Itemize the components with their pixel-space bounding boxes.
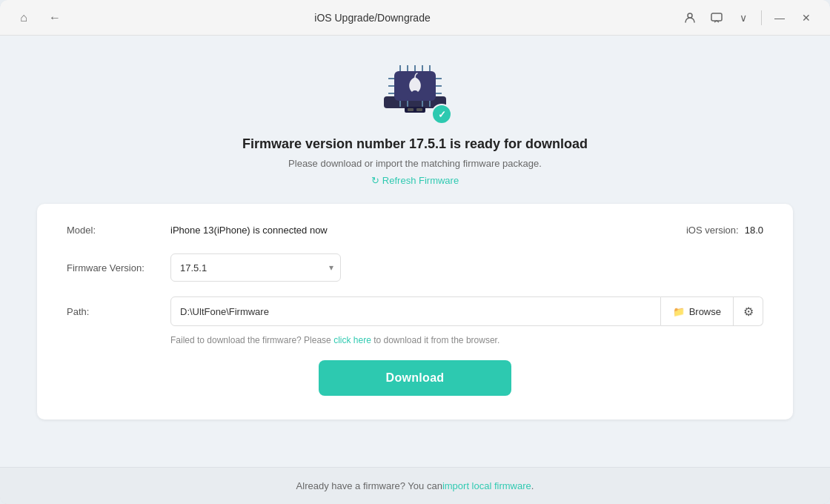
window-title: iOS Upgrade/Downgrade (67, 12, 678, 24)
main-title: Firmware version number 17.5.1 is ready … (242, 136, 588, 152)
ios-version-value: 18.0 (745, 225, 763, 236)
click-here-link[interactable]: click here (333, 335, 371, 345)
minimize-icon: — (774, 12, 785, 24)
firmware-version-wrapper: 17.5.1 17.5 17.4.1 17.4 17.3.1 ▾ (170, 253, 341, 282)
info-card: Model: iPhone 13(iPhone) is connected no… (37, 204, 793, 420)
check-badge: ✓ (431, 104, 452, 125)
model-row: Model: iPhone 13(iPhone) is connected no… (67, 225, 763, 236)
svg-rect-1 (711, 13, 722, 21)
chat-button[interactable] (705, 6, 728, 30)
firmware-version-row: Firmware Version: 17.5.1 17.5 17.4.1 17.… (67, 253, 763, 282)
import-firmware-link[interactable]: import local firmware (442, 480, 531, 491)
home-button[interactable]: ⌂ (12, 6, 36, 30)
title-bar: ⌂ ← iOS Upgrade/Downgrade ∨ (0, 0, 830, 36)
ios-version-label: iOS version: (686, 225, 739, 236)
browse-label: Browse (689, 306, 721, 317)
divider (761, 10, 762, 25)
path-row: Path: D:\UltFone\Firmware 📁 Browse ⚙ (67, 296, 763, 326)
svg-point-0 (688, 13, 692, 18)
settings-button[interactable]: ⚙ (734, 296, 763, 326)
firmware-version-select[interactable]: 17.5.1 17.5 17.4.1 17.4 17.3.1 (170, 253, 341, 282)
fail-text-prefix: Failed to download the firmware? Please (170, 335, 333, 345)
model-label: Model: (67, 225, 170, 236)
download-button-wrapper: Download (67, 360, 763, 396)
fail-text-suffix: to download it from the browser. (371, 335, 499, 345)
path-input[interactable]: D:\UltFone\Firmware (170, 296, 661, 326)
svg-rect-20 (408, 108, 414, 111)
home-icon: ⌂ (20, 11, 27, 24)
refresh-firmware-link[interactable]: ↻ Refresh Firmware (371, 175, 459, 186)
title-bar-right: ∨ — ✕ (678, 6, 818, 30)
check-icon: ✓ (438, 109, 446, 120)
model-value: iPhone 13(iPhone) is connected now (170, 225, 328, 236)
icon-area: ✓ (378, 58, 452, 125)
back-button[interactable]: ← (43, 6, 67, 30)
chat-icon (711, 12, 723, 24)
sub-text: Please download or import the matching f… (288, 158, 542, 169)
title-bar-left: ⌂ ← (12, 6, 67, 30)
ios-version-row: iOS version: 18.0 (686, 225, 763, 236)
minimize-button[interactable]: — (768, 6, 791, 30)
app-window: ⌂ ← iOS Upgrade/Downgrade ∨ (0, 0, 830, 504)
dropdown-button[interactable]: ∨ (731, 6, 755, 30)
path-label: Path: (67, 306, 170, 317)
gear-icon: ⚙ (743, 305, 754, 319)
refresh-label: Refresh Firmware (382, 175, 459, 186)
download-button[interactable]: Download (319, 360, 511, 396)
footer-text: Already have a firmware? You can (296, 480, 442, 491)
footer: Already have a firmware? You can import … (0, 467, 830, 504)
main-content: ✓ Firmware version number 17.5.1 is read… (0, 36, 830, 467)
close-button[interactable]: ✕ (794, 6, 818, 30)
firmware-version-label: Firmware Version: (67, 262, 170, 273)
fail-text: Failed to download the firmware? Please … (170, 335, 763, 345)
svg-rect-21 (416, 108, 422, 111)
profile-icon (684, 12, 696, 24)
chevron-down-icon: ∨ (740, 12, 747, 24)
back-icon: ← (49, 11, 61, 24)
profile-button[interactable] (678, 6, 702, 30)
refresh-icon: ↻ (371, 175, 379, 186)
path-value: D:\UltFone\Firmware (180, 306, 269, 317)
footer-text-suffix: . (531, 480, 534, 491)
folder-icon: 📁 (673, 306, 685, 317)
close-icon: ✕ (802, 12, 811, 24)
browse-button[interactable]: 📁 Browse (661, 296, 734, 326)
